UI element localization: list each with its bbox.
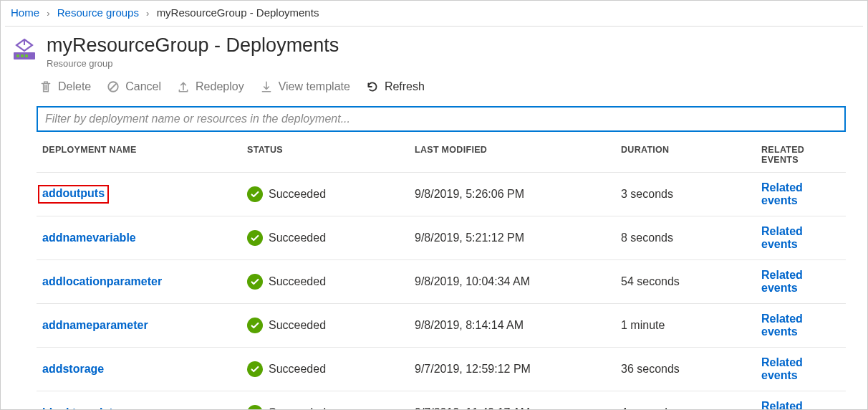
- related-events-link[interactable]: Related events: [761, 269, 803, 294]
- status-text: Succeeded: [269, 188, 326, 201]
- refresh-label: Refresh: [385, 80, 425, 93]
- trash-icon: [39, 80, 52, 93]
- view-template-label: View template: [279, 80, 350, 93]
- duration: 4 seconds: [621, 406, 761, 410]
- table-row: blanktemplateSucceeded9/7/2019, 11:49:17…: [37, 391, 846, 410]
- table-row: addstorageSucceeded9/7/2019, 12:59:12 PM…: [37, 347, 846, 391]
- view-template-button[interactable]: View template: [260, 80, 350, 93]
- chevron-right-icon: ›: [146, 8, 149, 19]
- page-subtitle: Resource group: [47, 58, 339, 69]
- check-circle-icon: [247, 361, 263, 377]
- highlight-box: addoutputs: [38, 185, 109, 204]
- column-header-name[interactable]: DEPLOYMENT NAME: [42, 145, 247, 165]
- check-circle-icon: [247, 274, 263, 290]
- last-modified: 9/8/2019, 5:26:06 PM: [415, 188, 621, 201]
- upload-icon: [177, 80, 190, 93]
- deployment-link[interactable]: addnamevariable: [42, 232, 136, 244]
- filter-input[interactable]: [37, 106, 846, 132]
- svg-rect-3: [21, 54, 24, 57]
- last-modified: 9/7/2019, 12:59:12 PM: [415, 363, 621, 376]
- column-header-duration[interactable]: DURATION: [621, 145, 761, 165]
- column-header-events[interactable]: RELATED EVENTS: [761, 145, 840, 165]
- duration: 36 seconds: [621, 363, 761, 376]
- related-events-link[interactable]: Related events: [761, 313, 803, 338]
- deployment-link[interactable]: addlocationparameter: [42, 275, 162, 287]
- last-modified: 9/8/2019, 8:14:14 AM: [415, 319, 621, 332]
- related-events-link[interactable]: Related events: [761, 181, 803, 206]
- delete-label: Delete: [58, 80, 91, 93]
- command-bar: Delete Cancel Redeploy View template Ref…: [5, 73, 863, 102]
- breadcrumb-home[interactable]: Home: [11, 6, 39, 19]
- column-header-modified[interactable]: LAST MODIFIED: [415, 145, 621, 165]
- deployment-link[interactable]: addstorage: [42, 363, 104, 375]
- last-modified: 9/7/2019, 11:49:17 AM: [415, 406, 621, 410]
- status-text: Succeeded: [269, 363, 326, 376]
- last-modified: 9/8/2019, 5:21:12 PM: [415, 232, 621, 244]
- check-circle-icon: [247, 318, 263, 333]
- last-modified: 9/8/2019, 10:04:34 AM: [415, 275, 621, 288]
- related-events-link[interactable]: Related events: [761, 225, 803, 250]
- breadcrumb: Home › Resource groups › myResourceGroup…: [1, 1, 867, 26]
- column-header-status[interactable]: STATUS: [247, 145, 415, 165]
- status-text: Succeeded: [269, 319, 326, 332]
- related-events-link[interactable]: Related events: [761, 356, 803, 381]
- related-events-link[interactable]: Related events: [761, 400, 803, 410]
- deployment-link[interactable]: addnameparameter: [42, 319, 148, 331]
- cancel-button[interactable]: Cancel: [107, 80, 161, 93]
- svg-line-6: [110, 83, 117, 90]
- status-text: Succeeded: [269, 406, 326, 410]
- duration: 3 seconds: [621, 188, 761, 201]
- status-text: Succeeded: [269, 275, 326, 288]
- table-row: addoutputsSucceeded9/8/2019, 5:26:06 PM3…: [37, 172, 846, 216]
- resource-group-icon: [11, 38, 38, 61]
- download-icon: [260, 80, 273, 93]
- table-row: addnamevariableSucceeded9/8/2019, 5:21:1…: [37, 216, 846, 259]
- deployment-link[interactable]: blanktemplate: [42, 406, 120, 410]
- redeploy-label: Redeploy: [196, 80, 244, 93]
- breadcrumb-resource-groups[interactable]: Resource groups: [57, 6, 139, 19]
- chevron-right-icon: ›: [47, 8, 49, 19]
- deployment-link[interactable]: addoutputs: [42, 187, 105, 199]
- refresh-icon: [366, 80, 379, 93]
- check-circle-icon: [247, 186, 263, 202]
- prohibit-icon: [107, 80, 120, 93]
- check-circle-icon: [247, 405, 263, 410]
- redeploy-button[interactable]: Redeploy: [177, 80, 244, 93]
- svg-rect-2: [16, 54, 19, 57]
- duration: 1 minute: [621, 319, 761, 332]
- table-row: addnameparameterSucceeded9/8/2019, 8:14:…: [37, 303, 846, 347]
- duration: 8 seconds: [621, 232, 761, 244]
- status-text: Succeeded: [269, 232, 326, 244]
- delete-button[interactable]: Delete: [39, 80, 91, 93]
- svg-rect-4: [25, 54, 28, 57]
- cancel-label: Cancel: [125, 80, 161, 93]
- deployments-table: DEPLOYMENT NAME STATUS LAST MODIFIED DUR…: [37, 136, 846, 410]
- table-row: addlocationparameterSucceeded9/8/2019, 1…: [37, 259, 846, 303]
- check-circle-icon: [247, 230, 263, 246]
- page-title: myResourceGroup - Deployments: [47, 35, 339, 57]
- breadcrumb-current: myResourceGroup - Deployments: [157, 6, 319, 19]
- refresh-button[interactable]: Refresh: [366, 80, 425, 93]
- duration: 54 seconds: [621, 275, 761, 288]
